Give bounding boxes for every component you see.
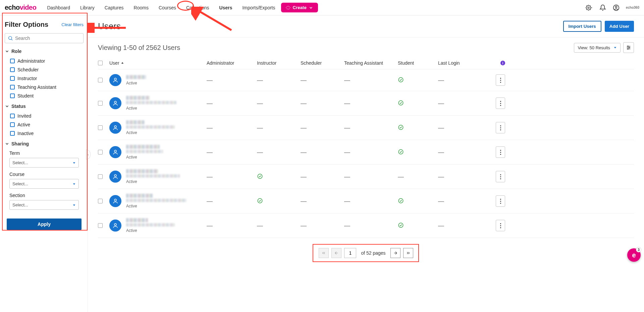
viewing-count: Viewing 1-50 of 2562 Users (98, 44, 180, 52)
row-actions-menu[interactable] (496, 122, 505, 133)
term-select[interactable]: Select... (9, 158, 79, 168)
person-icon (112, 77, 118, 83)
nav-dashboard[interactable]: Dashboard (46, 2, 71, 13)
role-group-toggle[interactable]: Role (5, 49, 84, 54)
pager-next-button[interactable] (390, 248, 400, 258)
import-users-button[interactable]: Import Users (563, 21, 601, 32)
user-email-redacted (126, 199, 186, 202)
row-checkbox[interactable] (98, 199, 103, 203)
user-status: Active (126, 106, 176, 111)
svg-point-31 (258, 198, 262, 203)
col-user[interactable]: User (109, 60, 119, 66)
chevron-down-icon (309, 5, 313, 10)
row-checkbox[interactable] (98, 174, 103, 179)
view-results-select[interactable]: View: 50 Results (574, 43, 621, 53)
empty-dash: — (257, 222, 263, 229)
settings-icon[interactable] (586, 4, 593, 11)
col-student[interactable]: Student (398, 60, 414, 66)
info-icon[interactable]: i (500, 61, 505, 65)
section-label: Section (9, 193, 84, 198)
profile-icon[interactable] (612, 4, 620, 11)
col-scheduler[interactable]: Scheduler (301, 60, 322, 66)
course-select[interactable]: Select... (9, 179, 79, 189)
status-option-inactive[interactable]: Inactive (10, 129, 84, 138)
row-checkbox[interactable] (98, 150, 103, 154)
person-icon (112, 223, 118, 229)
empty-dash: — (207, 124, 213, 131)
svg-marker-10 (73, 183, 75, 185)
status-option-active[interactable]: Active (10, 120, 84, 129)
role-option-teaching-assistant[interactable]: Teaching Assistant (10, 83, 84, 91)
bell-icon[interactable] (599, 4, 606, 11)
svg-point-29 (258, 174, 262, 179)
role-option-student[interactable]: Student (10, 91, 84, 100)
pager-last-button[interactable] (403, 248, 413, 258)
user-cell[interactable]: Active (109, 218, 207, 233)
empty-dash: — (398, 173, 404, 180)
section-select[interactable]: Select... (9, 200, 79, 210)
pager-page-input[interactable] (344, 248, 356, 258)
role-checklist: AdministratorSchedulerInstructorTeaching… (5, 57, 84, 100)
empty-dash: — (301, 100, 307, 107)
nav-captures[interactable]: Captures (103, 2, 125, 13)
empty-dash: — (257, 124, 263, 131)
settings-columns-button[interactable] (623, 42, 634, 53)
checkbox-icon (10, 59, 15, 63)
empty-dash: — (207, 100, 213, 107)
avatar (109, 146, 121, 158)
user-cell[interactable]: Active (109, 96, 207, 111)
clear-filters-link[interactable]: Clear filters (61, 22, 84, 27)
help-badge[interactable]: e 3 (627, 248, 641, 262)
nav-library[interactable]: Library (79, 2, 96, 13)
pager-first-button[interactable] (319, 248, 329, 258)
create-button[interactable]: Create (281, 3, 318, 12)
table-row: Active————— (98, 69, 634, 91)
row-actions-menu[interactable] (496, 195, 505, 207)
check-circle-icon (398, 124, 404, 130)
nav-rooms[interactable]: Rooms (132, 2, 150, 13)
col-ta[interactable]: Teaching Assistant (344, 60, 383, 66)
apply-button[interactable]: Apply (7, 219, 82, 230)
pager-prev-button[interactable] (331, 248, 341, 258)
row-actions-menu[interactable] (496, 98, 505, 109)
col-instructor[interactable]: Instructor (257, 60, 276, 66)
user-cell[interactable]: Active (109, 169, 207, 184)
svg-point-7 (9, 37, 12, 40)
col-admin[interactable]: Administrator (207, 60, 234, 66)
user-email-redacted (126, 101, 176, 104)
row-checkbox[interactable] (98, 223, 103, 228)
status-group-toggle[interactable]: Status (5, 104, 84, 109)
nav-collections[interactable]: Collections (185, 2, 210, 13)
sharing-group-toggle[interactable]: Sharing (5, 141, 84, 146)
row-actions-menu[interactable] (496, 220, 505, 231)
search-input[interactable] (15, 36, 80, 41)
nav-importsexports[interactable]: Imports/Exports (241, 2, 276, 13)
status-option-invited[interactable]: Invited (10, 112, 84, 120)
role-option-administrator[interactable]: Administrator (10, 57, 84, 65)
row-checkbox[interactable] (98, 101, 103, 106)
row-actions-menu[interactable] (496, 74, 505, 86)
row-actions-menu[interactable] (496, 146, 505, 158)
role-option-scheduler[interactable]: Scheduler (10, 65, 84, 74)
search-input-wrap[interactable] (5, 33, 84, 43)
role-option-instructor[interactable]: Instructor (10, 74, 84, 83)
row-checkbox[interactable] (98, 78, 103, 82)
nav-courses[interactable]: Courses (157, 2, 177, 13)
sliders-icon (626, 45, 631, 50)
user-cell[interactable]: Active (109, 74, 207, 86)
user-cell[interactable]: Active (109, 120, 207, 135)
add-user-button[interactable]: Add User (605, 21, 634, 32)
select-all-checkbox[interactable] (98, 61, 103, 65)
role-label: Role (11, 49, 21, 54)
col-lastlogin[interactable]: Last Login (438, 60, 460, 66)
user-cell[interactable]: Active (109, 145, 207, 160)
svg-marker-9 (73, 162, 75, 164)
users-table: User Administrator Instructor Scheduler … (88, 57, 644, 238)
row-checkbox[interactable] (98, 125, 103, 130)
row-actions-menu[interactable] (496, 171, 505, 182)
user-cell[interactable]: Active (109, 194, 207, 208)
empty-dash: — (438, 198, 444, 204)
user-name-redacted (126, 96, 150, 100)
user-name-redacted (126, 169, 158, 173)
nav-users[interactable]: Users (218, 2, 234, 13)
